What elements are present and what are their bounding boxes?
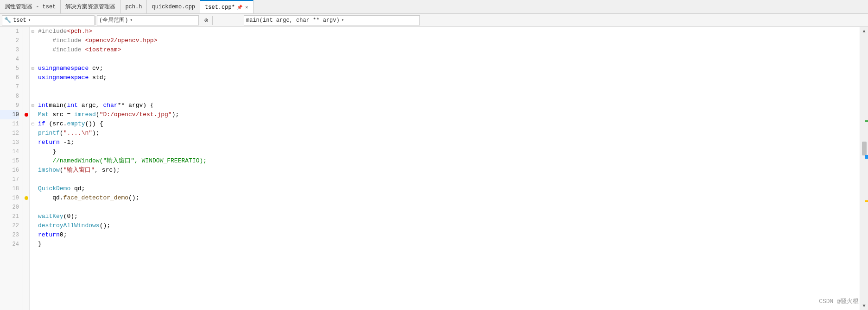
tab-properties[interactable]: 属性管理器 - tset [0,0,61,13]
breakpoint-cell [23,110,29,119]
code-line: destroyAllWindows(); [38,221,860,230]
breakpoint-cell [23,55,29,64]
code-line [38,92,860,101]
code-line: waitKey(0); [38,212,860,221]
code-area[interactable]: #include<pch.h> #include <opencv2/opencv… [36,27,860,310]
code-line: return -1; [38,138,860,147]
scroll-down-button[interactable]: ▼ [860,302,868,310]
fold-cell [30,73,36,82]
scope-label: (全局范围) [99,16,128,24]
fold-cell [30,129,36,138]
fold-cell [30,175,36,184]
line-number: 13 [0,138,19,147]
code-line [38,55,860,64]
scrollbar[interactable]: ▲ ▼ [860,27,868,310]
tab-solution-explorer[interactable]: 解决方案资源管理器 [61,0,120,13]
fold-cell [30,203,36,212]
fold-cell [30,147,36,156]
fold-cell [30,230,36,240]
code-line: #include<pch.h> [38,27,860,36]
line-number: 16 [0,166,19,175]
scope-dropdown-arrow: ▾ [130,18,132,23]
line-number: 24 [0,240,19,249]
line-number: 12 [0,129,19,138]
fold-cell [30,110,36,119]
code-line: using namespace cv; [38,64,860,73]
code-line: Mat src = imread("D:/opencv/test.jpg"); [38,110,860,119]
breakpoint-cell [23,73,29,82]
fold-cell [30,184,36,193]
line-numbers-gutter: 123456789101112131415161718192021222324 [0,27,23,310]
tab-pch[interactable]: pch.h [120,0,147,13]
code-line [38,82,860,92]
nav-icon[interactable]: ◎ [201,15,211,25]
scroll-up-button[interactable]: ▲ [860,27,868,35]
line-number: 8 [0,92,19,101]
breakpoint-cell [23,92,29,101]
close-icon[interactable]: ✕ [245,4,248,10]
code-line: printf("....\n"); [38,129,860,138]
breakpoint-cell [23,212,29,221]
code-line: if (src.empty()) { [38,119,860,129]
line-number: 1 [0,27,19,36]
fold-cell [30,138,36,147]
title-bar: 属性管理器 - tset 解决方案资源管理器 pch.h quickdemo.c… [0,0,868,14]
tab-quickdemo[interactable]: quickdemo.cpp [147,0,200,13]
pin-icon[interactable]: 📌 [237,5,242,10]
scrollbar-mark-blue [865,155,868,159]
line-number: 14 [0,147,19,156]
fold-cell[interactable]: ⊟ [30,64,36,73]
code-line: } [38,147,860,156]
toolbar-icon-gear: 🔧 [4,17,11,24]
fold-cell [30,92,36,101]
line-number: 7 [0,82,19,92]
breakpoint-cell [23,184,29,193]
code-line: #include <iostream> [38,45,860,55]
fold-cell[interactable]: ⊟ [30,119,36,129]
fold-gutter: ⊟⊟⊟⊟ [30,27,36,310]
breakpoint-cell [23,147,29,156]
fold-cell [30,55,36,64]
breakpoint-cell [23,138,29,147]
line-number: 19 [0,193,19,203]
fold-cell [30,212,36,221]
line-number: 17 [0,175,19,184]
breakpoint-cell [23,156,29,166]
fold-cell [30,166,36,175]
breakpoint-cell [23,129,29,138]
breakpoint-dot [25,113,28,117]
breakpoint-cell [23,64,29,73]
line-number: 9 [0,101,19,110]
breakpoint-cell [23,27,29,36]
fold-cell[interactable]: ⊟ [30,101,36,110]
symbol-dropdown[interactable]: main(int argc, char ** argv) ▾ [244,15,420,25]
breakpoint-gutter [23,27,30,310]
code-line: imshow("输入窗口", src); [38,166,860,175]
breakpoint-cell [23,166,29,175]
fold-cell[interactable]: ⊟ [30,27,36,36]
fold-cell [30,82,36,92]
fold-cell [30,221,36,230]
project-label: tset [13,17,26,24]
project-dropdown[interactable]: 🔧 tset ▾ [2,15,95,25]
line-number: 4 [0,55,19,64]
scope-dropdown[interactable]: (全局范围) ▾ [97,15,199,25]
line-number: 21 [0,212,19,221]
breakpoint-cell [23,119,29,129]
fold-cell [30,156,36,166]
line-number: 3 [0,45,19,55]
breakpoint-cell [23,221,29,230]
scrollbar-thumb[interactable] [862,142,867,155]
code-line: QuickDemo qd; [38,184,860,193]
code-line: //namedWindow("输入窗口", WINDOW_FREERATIO); [38,156,860,166]
code-line: return 0; [38,230,860,240]
code-line: } [38,240,860,249]
code-line [38,203,860,212]
fold-cell [30,45,36,55]
tab-tset-cpp[interactable]: tset.cpp* 📌 ✕ [200,0,253,13]
breakpoint-cell [23,175,29,184]
scrollbar-track[interactable] [860,35,868,302]
code-line: int main(int argc, char** argv) { [38,101,860,110]
fold-cell [30,240,36,249]
code-line: using namespace std; [38,73,860,82]
